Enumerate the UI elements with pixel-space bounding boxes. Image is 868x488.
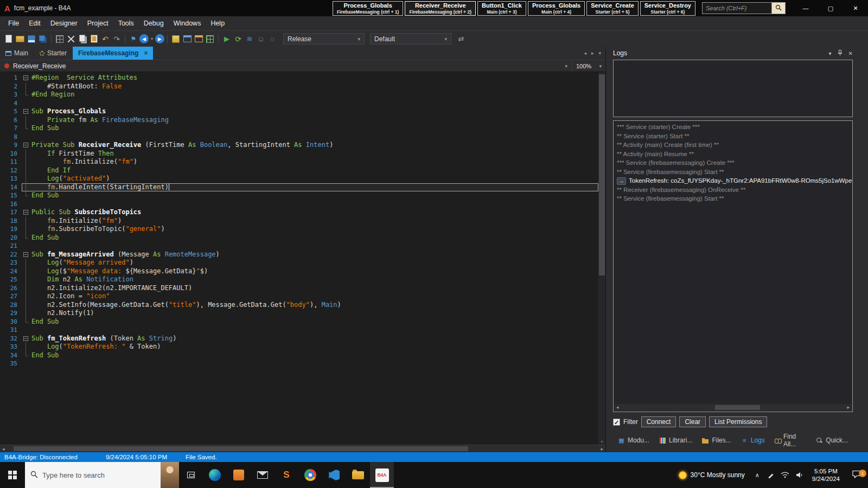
- code-text[interactable]: n2.Notify(1): [31, 309, 94, 318]
- scroll-left-icon[interactable]: ◂: [584, 50, 586, 56]
- quick-tab[interactable]: Button1_ClickMain (ctrl + 3): [477, 1, 526, 16]
- code-text[interactable]: #End Region: [31, 91, 74, 99]
- fold-collapse-icon[interactable]: −: [23, 252, 28, 257]
- connect-button[interactable]: Connect: [641, 416, 676, 427]
- log-entry[interactable]: →TokenRefresh: coZs_fUYSPKday-_hTGnr2:AP…: [617, 176, 849, 185]
- menu-file[interactable]: File: [3, 17, 24, 29]
- filter-checkbox[interactable]: ✓: [613, 419, 620, 426]
- quick-tab[interactable]: Process_GlobalsFirebaseMessaging (ctrl +…: [333, 1, 404, 16]
- fold-collapse-icon[interactable]: −: [23, 210, 28, 215]
- paste-icon[interactable]: [88, 34, 99, 44]
- taskbar-weather[interactable]: 30°C Mostly sunny: [673, 471, 750, 479]
- fold-collapse-icon[interactable]: −: [23, 336, 28, 341]
- code-text[interactable]: Sub fm_TokenRefresh (Token As String): [31, 335, 176, 343]
- zoom-selector[interactable]: 100% ▾: [572, 60, 605, 72]
- taskbar-clock[interactable]: 5:05 PM 9/24/2024: [807, 467, 845, 483]
- compile-icon[interactable]: [170, 34, 181, 44]
- save-icon[interactable]: [26, 34, 37, 44]
- tab-close-icon[interactable]: ×: [144, 49, 148, 57]
- wifi-icon[interactable]: [777, 472, 793, 478]
- scroll-left-icon[interactable]: ◂: [0, 446, 7, 452]
- new-icon[interactable]: [3, 34, 14, 44]
- redo-icon[interactable]: ↷: [111, 34, 122, 44]
- code-editor[interactable]: 1−#Region Service Attributes2 #StartAtBo…: [0, 72, 605, 445]
- panel-tab-files[interactable]: Files...: [697, 435, 736, 446]
- taskbar-search[interactable]: [25, 462, 179, 488]
- scroll-right-icon[interactable]: ▸: [845, 403, 852, 412]
- code-text[interactable]: fm.Initialize("fm"): [31, 217, 122, 226]
- visual-designer-icon[interactable]: [193, 34, 204, 44]
- fold-collapse-icon[interactable]: −: [23, 75, 28, 80]
- panel-tab-findall[interactable]: Find All...: [770, 431, 812, 450]
- menu-windows[interactable]: Windows: [169, 17, 206, 29]
- scroll-right-icon[interactable]: ▸: [591, 50, 594, 56]
- taskbar-task-view-icon[interactable]: [179, 462, 203, 488]
- scroll-right-icon[interactable]: ▸: [598, 446, 605, 452]
- menu-help[interactable]: Help: [206, 17, 229, 29]
- minimize-button[interactable]: —: [793, 0, 818, 16]
- tab-firebasemessaging[interactable]: FirebaseMessaging×: [73, 47, 154, 60]
- tab-list-icon[interactable]: ▾: [598, 50, 601, 56]
- code-text[interactable]: n2.Initialize2(n2.IMPORTANCE_DEFAULT): [31, 284, 192, 293]
- chevron-up-icon[interactable]: ∧: [750, 472, 764, 479]
- menu-debug[interactable]: Debug: [139, 17, 169, 29]
- current-line[interactable]: fm.HandleIntent(StartingIntent): [22, 183, 598, 192]
- taskbar-explorer-icon[interactable]: [346, 462, 370, 488]
- conditional-symbols-select[interactable]: Default ▾: [370, 33, 451, 44]
- quick-tab[interactable]: Process_GlobalsMain (ctrl + 4): [528, 1, 585, 16]
- log-entry[interactable]: ** Activity (main) Create (first time) *…: [617, 140, 849, 150]
- ide-search-input[interactable]: [702, 2, 771, 14]
- scroll-down-icon[interactable]: ▾: [598, 439, 605, 444]
- scrollbar-thumb[interactable]: [14, 446, 469, 451]
- tab-starter[interactable]: Starter: [34, 47, 73, 60]
- code-text[interactable]: fm.Initialize("fm"): [31, 158, 137, 166]
- fold-collapse-icon[interactable]: −: [23, 109, 28, 114]
- avatar[interactable]: [161, 462, 179, 488]
- panel-tab-modu[interactable]: ▦Modu...: [613, 435, 654, 446]
- quick-tab[interactable]: Service_DestroyStarter (ctrl + 6): [640, 1, 695, 16]
- code-text[interactable]: End Sub: [31, 318, 59, 326]
- run-icon[interactable]: ▶: [221, 34, 232, 44]
- modules2-icon[interactable]: [205, 34, 215, 44]
- cut-icon[interactable]: [66, 34, 76, 44]
- navigate-forward-icon[interactable]: ▶: [155, 34, 164, 43]
- code-text[interactable]: End Sub: [31, 124, 59, 133]
- code-text[interactable]: Private fm As FirebaseMessaging: [31, 116, 169, 125]
- menu-tools[interactable]: Tools: [113, 17, 139, 29]
- code-text[interactable]: If FirstTime Then: [31, 150, 114, 158]
- code-text[interactable]: Log($"Message data: ${Message.GetData}"$…: [31, 267, 208, 276]
- code-text[interactable]: End Sub: [31, 191, 59, 200]
- log-entry[interactable]: ** Activity (main) Resume **: [617, 150, 849, 159]
- code-text[interactable]: Log("activated"): [31, 175, 110, 183]
- config-switch-icon[interactable]: ⇄: [456, 34, 467, 44]
- stop-icon[interactable]: □: [256, 34, 266, 44]
- action-center-button[interactable]: 1: [845, 470, 868, 480]
- code-text[interactable]: Log("Message arrived"): [31, 259, 133, 267]
- tab-main[interactable]: Main: [0, 47, 34, 60]
- log-entry[interactable]: ** Service (starter) Start **: [617, 132, 849, 141]
- quick-tab[interactable]: Service_CreateStarter (ctrl + 5): [586, 1, 639, 16]
- code-text[interactable]: Log("TokenRefresh: " & Token): [31, 343, 161, 351]
- panel-tab-logs[interactable]: ≡Logs: [736, 435, 770, 446]
- panel-tab-librari[interactable]: Librari...: [654, 435, 697, 446]
- menu-designer[interactable]: Designer: [46, 17, 82, 29]
- taskbar-edge-icon[interactable]: [203, 462, 227, 488]
- editor-horizontal-scrollbar[interactable]: ◂ ▸: [0, 445, 605, 452]
- code-text[interactable]: n2.SetInfo(Message.GetData.Get("title"),…: [31, 301, 341, 310]
- pin-icon[interactable]: [838, 50, 843, 57]
- code-text[interactable]: End If: [31, 166, 71, 175]
- save-all-icon[interactable]: [37, 34, 48, 44]
- quick-tab[interactable]: Receiver_ReceiveFirebaseMessaging (ctrl …: [405, 1, 476, 16]
- open-icon[interactable]: [15, 34, 25, 44]
- clear-button[interactable]: Clear: [679, 416, 706, 427]
- copy-icon[interactable]: [77, 34, 88, 44]
- panel-tab-quick[interactable]: Quick...: [811, 435, 853, 446]
- navigate-back-icon[interactable]: ◀: [139, 34, 149, 43]
- scrollbar-thumb[interactable]: [599, 74, 605, 275]
- code-text[interactable]: n2.Icon = "icon": [31, 292, 110, 301]
- taskbar-s-app-icon[interactable]: S: [275, 462, 298, 488]
- code-text[interactable]: fm.SubscribeToTopic("general"): [31, 225, 165, 234]
- code-text[interactable]: End Sub: [31, 351, 59, 360]
- taskbar-b4a-icon[interactable]: B4A: [370, 462, 394, 488]
- maximize-button[interactable]: ▢: [818, 0, 843, 16]
